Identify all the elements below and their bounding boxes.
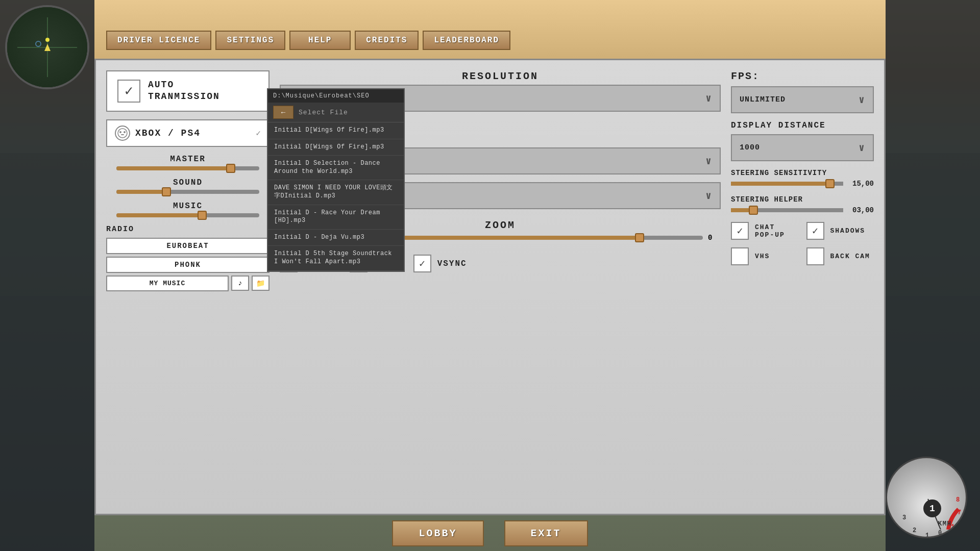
svg-text:10: 10	[951, 523, 958, 531]
back-cam-label: BACK CAM	[830, 253, 870, 260]
zoom-thumb[interactable]	[635, 233, 644, 242]
resolution-title: RESOLUTION	[280, 70, 721, 82]
svg-text:2: 2	[913, 527, 916, 534]
master-thumb[interactable]	[226, 164, 235, 173]
tab-help[interactable]: HELP	[289, 31, 351, 50]
controller-label: XBOX / PS4	[135, 128, 251, 138]
tab-credits[interactable]: CREDITS	[355, 31, 419, 50]
radio-phonk[interactable]: PHONK	[106, 257, 270, 273]
svg-text:0: 0	[938, 530, 942, 537]
ps-icon	[115, 126, 130, 141]
display-distance-dropdown[interactable]: 1000 ∨	[731, 134, 874, 161]
display-distance-section: DISPLAY DISTANCE 1000 ∨	[731, 121, 874, 161]
file-item-6[interactable]: Initial D 5th Stage Soundtrack I Won't F…	[268, 246, 404, 270]
fps-section: FPS: UNLIMITED ∨	[731, 70, 874, 113]
steering-sensitivity-row: 15,00	[731, 180, 874, 188]
controller-dropdown-arrow: ✓	[256, 128, 261, 138]
steering-sensitivity-slider[interactable]	[731, 182, 843, 186]
file-item-2[interactable]: Initial D Selection - Dance Around the W…	[268, 156, 404, 180]
auto-transmission-checkbox[interactable]: ✓	[117, 80, 140, 103]
radio-my-music[interactable]: MY MUSIC	[106, 276, 229, 291]
radio-label: RADIO	[106, 225, 270, 234]
shadows-row: ✓ SHADOWS	[806, 222, 874, 240]
lobby-button[interactable]: LOBBY	[392, 520, 483, 546]
steering-helper-slider[interactable]	[731, 208, 843, 212]
minimap-content	[7, 7, 87, 87]
auto-transmission-label: AUTO TRANMISSION	[148, 79, 220, 103]
svg-point-9	[119, 131, 121, 133]
zoom-value: 0	[708, 234, 721, 242]
minimap	[5, 5, 89, 89]
file-item-5[interactable]: Initial D - Deja Vu.mp3	[268, 230, 404, 246]
tab-leaderboard[interactable]: LEADERBOARD	[423, 31, 510, 50]
tab-settings[interactable]: SETTINGS	[215, 31, 285, 50]
music-slider[interactable]	[116, 213, 259, 217]
file-item-3[interactable]: DAVE SIMON I NEED YOUR LOVE頭文字DInitial D…	[268, 180, 404, 205]
steering-sensitivity-label: STEERING SENSITIVITY	[731, 169, 874, 177]
chat-popup-label: CHATPOP-UP	[755, 223, 785, 239]
svg-text:7: 7	[958, 509, 961, 516]
svg-text:1: 1	[925, 532, 929, 538]
shadows-checkbox[interactable]: ✓	[806, 222, 824, 240]
master-slider[interactable]	[116, 166, 259, 170]
nav-tabs: DRIVER LICENCE SETTINGS HELP CREDITS LEA…	[96, 31, 884, 50]
steering-helper-label: STEERING HELPER	[731, 195, 874, 204]
radio-eurobeat[interactable]: EUROBEAT	[106, 238, 270, 254]
file-dropdown: D:\Musique\Eurobeat\SEO ← Select File In…	[267, 88, 405, 272]
steering-sensitivity-thumb[interactable]	[825, 179, 835, 188]
sound-label: SOUND	[173, 178, 203, 187]
chat-popup-row: ✓ CHATPOP-UP	[731, 222, 799, 240]
left-column: ✓ AUTO TRANMISSION XBOX / PS4 ✓	[106, 70, 270, 504]
vhs-checkbox[interactable]	[731, 247, 749, 265]
display-distance-label: DISPLAY DISTANCE	[731, 121, 874, 130]
camera-arrow: ∨	[705, 155, 712, 167]
sound-row: SOUND	[106, 178, 270, 194]
radio-section: RADIO EUROBEAT PHONK MY MUSIC ♪ 📁	[106, 225, 270, 291]
folder-icon[interactable]: 📁	[252, 276, 270, 291]
vsync-checkbox[interactable]: ✓	[413, 255, 431, 272]
speedo-circle: 3 2 1 0 10 7 8 KMH 1	[886, 457, 967, 538]
exit-button[interactable]: EXIT	[504, 520, 588, 546]
file-item-0[interactable]: Initial D[Wings Of Fire].mp3	[268, 122, 404, 139]
auto-transmission-box[interactable]: ✓ AUTO TRANMISSION	[106, 70, 270, 112]
gear-indicator: 1	[923, 499, 941, 517]
chat-popup-checkbox[interactable]: ✓	[731, 222, 749, 240]
display-distance-value: 1000	[740, 143, 760, 152]
back-cam-row: BACK CAM	[806, 247, 874, 265]
nav-back-button[interactable]: ←	[273, 106, 293, 119]
svg-point-10	[124, 131, 126, 133]
master-label: MASTER	[170, 155, 206, 164]
file-dropdown-path: D:\Musique\Eurobeat\SEO	[268, 89, 404, 103]
steering-helper-thumb[interactable]	[749, 206, 758, 215]
fps-value: UNLIMITED	[740, 95, 786, 104]
steering-helper-row: 03,00	[731, 206, 874, 214]
fps-dropdown[interactable]: UNLIMITED ∨	[731, 86, 874, 113]
file-dropdown-nav: ← Select File	[268, 103, 404, 122]
right-column: FPS: UNLIMITED ∨ DISPLAY DISTANCE 1000 ∨…	[731, 70, 874, 504]
resolution-arrow: ∨	[705, 92, 712, 105]
steering-helper-section: STEERING HELPER 03,00	[731, 195, 874, 214]
vhs-row: VHS	[731, 247, 799, 265]
svg-rect-11	[121, 134, 124, 135]
music-note-icon[interactable]: ♪	[231, 276, 249, 291]
steering-sensitivity-section: STEERING SENSITIVITY 15,00	[731, 169, 874, 188]
back-cam-checkbox[interactable]	[806, 247, 824, 265]
vsync-row: ✓ VSYNC	[413, 255, 467, 272]
file-item-4[interactable]: Initial D - Race Your Dream [HD].mp3	[268, 205, 404, 230]
right-checkboxes: ✓ CHATPOP-UP ✓ SHADOWS VHS BACK CAM	[731, 222, 874, 268]
file-item-1[interactable]: Initial D[Wings Of Fire].mp3	[268, 139, 404, 156]
sound-thumb[interactable]	[162, 187, 171, 196]
bottom-buttons: LOBBY EXIT	[94, 515, 886, 551]
select-file-label: Select File	[299, 109, 348, 116]
fps-arrow: ∨	[859, 93, 865, 106]
music-thumb[interactable]	[198, 211, 207, 220]
panel-content: ✓ AUTO TRANMISSION XBOX / PS4 ✓	[96, 60, 884, 514]
controller-selector[interactable]: XBOX / PS4 ✓	[106, 119, 270, 147]
tab-driver-licence[interactable]: DRIVER LICENCE	[106, 31, 211, 50]
steering-helper-value: 03,00	[848, 206, 874, 214]
sound-slider[interactable]	[116, 190, 259, 194]
dash-arrow: ∨	[705, 189, 712, 202]
vsync-label: VSYNC	[437, 259, 467, 268]
shadows-label: SHADOWS	[830, 227, 866, 235]
svg-point-8	[118, 129, 127, 138]
